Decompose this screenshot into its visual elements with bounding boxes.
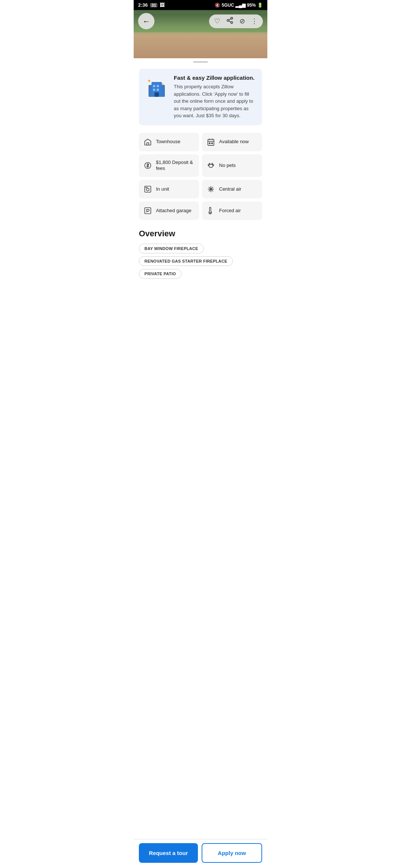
property-image: ← ♡ ⊘ ⋮ [134,10,267,58]
svg-rect-19 [209,142,210,144]
favorite-button[interactable]: ♡ [214,17,220,25]
battery-label: 95% [247,3,256,8]
dollar-icon [143,161,152,170]
svg-point-0 [231,17,233,19]
promo-title: Fast & easy Zillow application. [174,75,256,81]
signal-icon: ▂▄▆ [235,3,245,8]
more-button[interactable]: ⋮ [251,17,258,25]
overview-tags: BAY WINDOW FIREPLACE RENOVATED GAS START… [139,244,262,279]
svg-rect-8 [157,85,159,87]
detail-forcedair: Forced air [202,201,262,220]
detail-deposit: $1,800 Deposit & fees [139,154,199,177]
header-nav: ← ♡ ⊘ ⋮ [134,13,267,29]
status-left: 2:36 31 🖼 [138,2,164,8]
tag-patio: PRIVATE PATIO [139,269,182,279]
svg-rect-10 [157,89,159,91]
garage-label: Attached garage [156,208,191,214]
notification-badge: 31 [150,3,157,7]
overview-section: Overview BAY WINDOW FIREPLACE RENOVATED … [134,223,267,282]
svg-point-2 [231,22,233,23]
parking-icon [143,207,152,215]
back-button[interactable]: ← [138,13,154,29]
svg-text:✦: ✦ [161,82,164,86]
washer-icon [143,185,152,193]
svg-point-23 [212,163,213,164]
gallery-icon: 🖼 [160,2,164,8]
svg-rect-7 [153,85,155,87]
svg-point-1 [227,19,229,21]
svg-rect-15 [208,139,214,145]
svg-rect-35 [145,208,151,214]
promo-text: Fast & easy Zillow application. This pro… [174,75,256,119]
detail-centralair: Central air [202,180,262,198]
svg-rect-20 [212,142,213,144]
block-button[interactable]: ⊘ [239,17,245,25]
townhouse-label: Townhouse [156,139,180,145]
detail-pets: No pets [202,154,262,177]
share-button[interactable] [226,17,234,26]
pets-icon [206,161,215,170]
network-label: 5GUC [222,3,234,8]
action-buttons: ♡ ⊘ ⋮ [209,14,263,28]
main-content: ✦ ✦ Fast & easy Zillow application. This… [134,69,267,315]
svg-text:✦: ✦ [147,78,151,84]
battery-icon: 🔋 [257,3,263,8]
promo-desc: This property accepts Zillow application… [174,83,256,119]
status-bar: 2:36 31 🖼 🔇 5GUC ▂▄▆ 95% 🔋 [134,0,267,10]
svg-point-34 [210,188,212,190]
svg-rect-9 [153,89,155,91]
detail-garage: Attached garage [139,201,199,220]
deposit-label: $1,800 Deposit & fees [156,160,195,172]
svg-point-22 [209,163,210,164]
mute-icon: 🔇 [215,3,220,8]
scroll-handle-bar [193,61,208,63]
home-icon [143,138,152,146]
status-right: 🔇 5GUC ▂▄▆ 95% 🔋 [215,3,263,8]
tag-fireplace: RENOVATED GAS STARTER FIREPLACE [139,256,233,266]
svg-point-27 [146,188,149,191]
svg-rect-14 [147,142,149,145]
detail-available: Available now [202,133,262,151]
svg-line-3 [229,21,231,22]
forcedair-label: Forced air [219,208,241,214]
time-display: 2:36 [138,2,148,8]
centralair-label: Central air [219,186,241,193]
inunit-label: In unit [156,186,169,193]
calendar-icon [206,138,215,146]
tag-bay-window: BAY WINDOW FIREPLACE [139,244,204,253]
details-grid: Townhouse Available now [134,130,267,223]
scroll-handle [134,58,267,64]
overview-title: Overview [139,229,262,239]
detail-townhouse: Townhouse [139,133,199,151]
svg-line-4 [229,19,231,20]
svg-point-36 [209,212,211,214]
detail-inunit: In unit [139,180,199,198]
svg-rect-11 [154,92,159,97]
zillow-promo-card: ✦ ✦ Fast & easy Zillow application. This… [139,69,262,125]
available-label: Available now [219,139,249,145]
thermometer-icon [206,207,215,215]
zillow-promo-icon: ✦ ✦ [145,75,169,98]
svg-rect-26 [145,186,151,193]
pets-label: No pets [219,162,236,169]
snowflake-icon [206,185,215,193]
